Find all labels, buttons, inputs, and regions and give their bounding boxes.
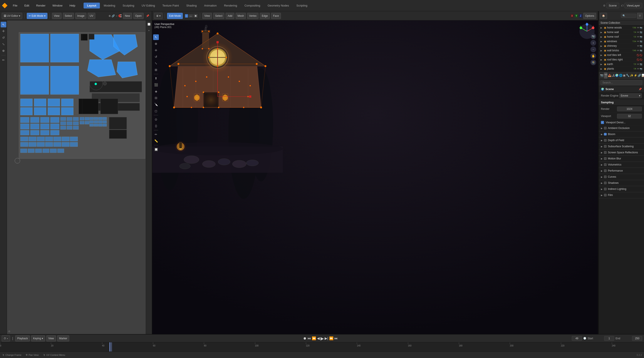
3d-edge-menu[interactable]: Edge bbox=[260, 13, 270, 19]
tab-rendering[interactable]: Rendering bbox=[220, 2, 241, 8]
prop-section-depth-of-field[interactable]: ▶ Depth of Field bbox=[599, 138, 644, 143]
outliner-item[interactable]: ▶ ▣ home woods ▽32 👁 📷 bbox=[599, 26, 644, 30]
camera-fly-btn[interactable]: 📸 bbox=[590, 60, 596, 65]
outliner-item[interactable]: ▶ ▣ home wall ▽4 👁 📷 bbox=[599, 30, 644, 34]
physics-props-btn[interactable]: ⚡ bbox=[634, 72, 637, 78]
tab-texture-paint[interactable]: Texture Paint bbox=[159, 2, 182, 8]
render-toggle[interactable]: 📷 bbox=[640, 26, 642, 29]
inset-tool[interactable]: ⬛ bbox=[153, 82, 159, 88]
output-props-btn[interactable]: 📤 bbox=[608, 72, 611, 78]
view-3d-tool[interactable]: 🔲 bbox=[153, 146, 159, 152]
prop-section-ambient-occlusion[interactable]: ▶ Ambient Occlusion bbox=[599, 125, 644, 131]
prop-section-screen-space-reflections[interactable]: ▶ Screen Space Reflections bbox=[599, 150, 644, 156]
subsurface-scattering-checkbox[interactable] bbox=[604, 145, 606, 148]
open-image-btn[interactable]: Open bbox=[133, 13, 144, 19]
visibility-toggle[interactable]: 👁 bbox=[637, 26, 639, 29]
outliner-item[interactable]: ▶ ▣ chimney 👁 📷 bbox=[599, 44, 644, 48]
step-forward-btn[interactable]: ⏩ bbox=[329, 336, 334, 340]
edge-mode-icon[interactable]: — bbox=[188, 14, 193, 18]
render-toggle[interactable]: 🚫 bbox=[640, 58, 642, 61]
screen-space-reflections-checkbox[interactable] bbox=[604, 151, 606, 154]
3d-mesh-menu[interactable]: Mesh bbox=[236, 13, 246, 19]
uv-canvas[interactable]: ⊙ bbox=[7, 20, 146, 334]
visibility-toggle[interactable]: 👁 bbox=[637, 36, 639, 38]
scale-3d-tool[interactable]: ⤡ bbox=[153, 60, 159, 66]
render-toggle[interactable]: 📷 bbox=[640, 63, 642, 66]
knife-tool[interactable]: 🔪 bbox=[153, 102, 159, 107]
tab-shading[interactable]: Shading bbox=[183, 2, 200, 8]
keying-btn[interactable]: Keying ▾ bbox=[31, 336, 45, 342]
end-frame-input[interactable]: 250 bbox=[632, 336, 642, 341]
outliner-item[interactable]: ▶ ▣ earth ▽2 👁 📷 bbox=[599, 62, 644, 66]
performance-checkbox[interactable] bbox=[604, 170, 606, 172]
zoom-to-fit[interactable]: ⬜ bbox=[146, 21, 152, 27]
object-props-btn[interactable]: ▣ bbox=[623, 72, 626, 78]
shrink-fatten-tool[interactable]: ⊙ bbox=[153, 116, 159, 122]
properties-search-input[interactable] bbox=[600, 80, 642, 85]
modifier-props-btn[interactable]: 🔧 bbox=[626, 72, 630, 78]
prop-section-subsurface-scattering[interactable]: ▶ Subsurface Scattering bbox=[599, 144, 644, 150]
render-props-btn[interactable]: 📷 bbox=[600, 72, 604, 78]
select-tool[interactable]: ↖ bbox=[1, 22, 6, 28]
uv-menu[interactable]: UV bbox=[88, 13, 95, 19]
annotate-tool[interactable]: ✏ bbox=[1, 57, 6, 63]
motion-blur-checkbox[interactable] bbox=[604, 157, 606, 160]
curves-checkbox[interactable] bbox=[604, 176, 606, 178]
mode-3d-btn[interactable]: Edit Mode bbox=[167, 13, 183, 19]
tab-geometry-nodes[interactable]: Geometry Nodes bbox=[264, 2, 292, 8]
timeline-track[interactable]: 0 20 40 60 80 100 120 140 160 180 200 22… bbox=[0, 342, 644, 352]
visibility-toggle[interactable]: 👁 bbox=[637, 68, 639, 70]
timeline-editor-btn[interactable]: ⏱ ▾ bbox=[2, 336, 10, 342]
menu-file[interactable]: File bbox=[10, 2, 20, 8]
step-back-btn[interactable]: ⏪ bbox=[312, 336, 316, 340]
visibility-toggle[interactable]: 👁 bbox=[637, 49, 639, 52]
view-menu[interactable]: View bbox=[52, 13, 62, 19]
ambient-occlusion-checkbox[interactable] bbox=[604, 127, 606, 130]
zoom-out-btn[interactable]: − bbox=[590, 46, 596, 52]
pin-btn[interactable]: 📌 bbox=[145, 13, 150, 18]
render-engine-dropdown[interactable]: Eevee ▾ bbox=[619, 93, 642, 98]
prop-section-shadows[interactable]: ▶ Shadows bbox=[599, 180, 644, 186]
render-toggle[interactable]: 📷 bbox=[640, 31, 642, 34]
render-toggle[interactable]: 📷 bbox=[640, 68, 642, 70]
render-toggle[interactable]: 📷 bbox=[640, 36, 642, 38]
3d-add-menu[interactable]: Add bbox=[226, 13, 234, 19]
x-constraint[interactable]: X bbox=[570, 14, 574, 18]
play-btn[interactable]: ▶ bbox=[320, 336, 324, 341]
constraints-props-btn[interactable]: 🔗 bbox=[638, 72, 641, 78]
tab-compositing[interactable]: Compositing bbox=[241, 2, 264, 8]
cursor-tool[interactable]: ⊕ bbox=[153, 41, 159, 46]
z-constraint[interactable]: Z bbox=[579, 14, 582, 18]
bloom-checkbox[interactable]: ✓ bbox=[604, 133, 606, 136]
marker-btn[interactable]: Marker bbox=[57, 336, 69, 342]
prop-section-motion-blur[interactable]: ▶ Motion Blur bbox=[599, 156, 644, 162]
tab-scripting[interactable]: Scripting bbox=[293, 2, 311, 8]
menu-window[interactable]: Window bbox=[50, 2, 66, 8]
tab-uv-editing[interactable]: UV Editing bbox=[138, 2, 158, 8]
playback-btn[interactable]: Playback bbox=[15, 336, 30, 342]
tab-modeling[interactable]: Modeling bbox=[100, 2, 119, 8]
jump-start-btn[interactable]: ⏮ bbox=[308, 336, 311, 340]
y-constraint[interactable]: Y bbox=[574, 14, 578, 18]
sidebar-editor-type-btn[interactable]: 🏠 bbox=[600, 13, 607, 19]
start-frame-input[interactable]: 1 bbox=[604, 336, 614, 341]
tab-sculpting[interactable]: Sculpting bbox=[119, 2, 138, 8]
pin-icon[interactable]: 📌 bbox=[638, 88, 642, 91]
render-props-active-btn[interactable]: 🎬 bbox=[604, 72, 608, 78]
options-menu[interactable]: Options bbox=[583, 13, 596, 19]
transform-3d-tool[interactable]: ⊞ bbox=[153, 67, 159, 73]
menu-help[interactable]: Help bbox=[66, 2, 78, 8]
visibility-toggle[interactable]: 👁 bbox=[637, 63, 639, 66]
editor-type-btn[interactable]: 🖼 UV Editor ▾ bbox=[2, 13, 22, 19]
outliner-item[interactable]: ▶ ▣ home roof ▽2 👁 📷 bbox=[599, 34, 644, 39]
menu-edit[interactable]: Edit bbox=[21, 2, 32, 8]
tab-layout[interactable]: Layout bbox=[84, 2, 100, 8]
3d-vertex-menu[interactable]: Vertex bbox=[247, 13, 258, 19]
rotate-3d-tool[interactable]: ↺ bbox=[153, 54, 159, 60]
prev-frame-btn[interactable]: ◀ bbox=[317, 336, 320, 340]
menu-render[interactable]: Render bbox=[33, 2, 48, 8]
move-3d-tool[interactable]: ✛ bbox=[153, 48, 159, 53]
prop-section-volumetrics[interactable]: ▶ Volumetrics bbox=[599, 162, 644, 168]
depth-of-field-checkbox[interactable] bbox=[604, 139, 606, 142]
mode-btn[interactable]: ✏ Edit Mode ▾ bbox=[27, 13, 48, 19]
